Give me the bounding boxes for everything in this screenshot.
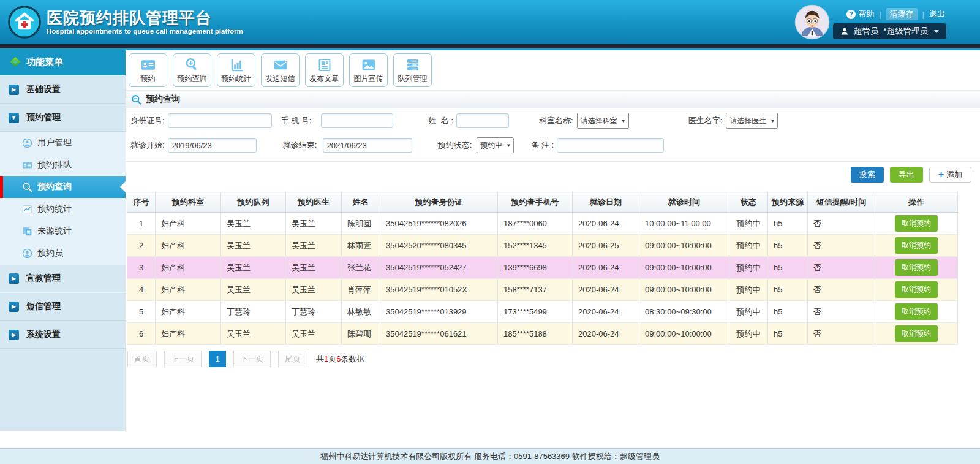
sidebar-item-operator[interactable]: 预约员	[0, 242, 126, 264]
toolbar-image-button[interactable]: 图片宣传	[349, 53, 388, 87]
page-first-button[interactable]: 首页	[127, 351, 157, 367]
sidebar-group-base[interactable]: ▶ 基础设置	[0, 75, 126, 104]
cell-status: 预约中	[729, 213, 768, 235]
plus-icon: +	[938, 170, 944, 180]
cancel-appointment-button[interactable]: 取消预约	[895, 303, 938, 320]
page-next-button[interactable]: 下一页	[233, 351, 271, 367]
envelope-icon	[271, 57, 290, 73]
dept-label: 科室名称:	[539, 115, 573, 126]
page-current-button[interactable]: 1	[209, 351, 226, 367]
cancel-appointment-button[interactable]: 取消预约	[895, 215, 938, 232]
cell-dept: 妇产科	[156, 213, 221, 235]
chevron-down-icon: ▼	[9, 113, 19, 123]
visit-end-input[interactable]	[323, 138, 412, 153]
sidebar-item-queue[interactable]: 预约排队	[0, 154, 126, 176]
page: 医院预约排队管理平台 Hospital appointments to queu…	[0, 0, 980, 464]
cell-sms: 否	[808, 279, 875, 301]
cancel-appointment-button[interactable]: 取消预约	[895, 259, 938, 276]
cell-ops: 取消预约	[875, 213, 958, 235]
cell-ops: 取消预约	[875, 279, 958, 301]
table-row[interactable]: 1 妇产科 吴玉兰 吴玉兰 陈明圆 35042519******082026 1…	[127, 213, 958, 235]
sidebar-item-source-stats[interactable]: 来源统计	[0, 220, 126, 242]
chevron-right-icon: ▶	[9, 302, 19, 312]
name-input[interactable]	[456, 113, 509, 128]
toolbar-query-button[interactable]: 预约查询	[173, 53, 211, 87]
add-button[interactable]: + 添加	[929, 167, 971, 183]
cell-phone: 173****5499	[498, 301, 573, 323]
cell-doctor: 丁慧玲	[286, 301, 342, 323]
cancel-appointment-button[interactable]: 取消预约	[895, 237, 938, 254]
app-subtitle: Hospital appointments to queue call mana…	[47, 28, 243, 35]
cell-time: 10:00:00~11:00:00	[639, 213, 729, 235]
status-select[interactable]: 预约中	[477, 137, 514, 153]
link-separator: |	[879, 10, 881, 19]
toolbar-article-button[interactable]: 发布文章	[305, 53, 344, 87]
sidebar-item-query[interactable]: 预约查询	[0, 176, 126, 198]
sidebar-group-appointment[interactable]: ▼ 预约管理	[0, 104, 126, 132]
search-button[interactable]: 搜索	[851, 167, 884, 183]
cell-sms: 否	[808, 235, 875, 257]
visit-start-input[interactable]	[168, 138, 257, 153]
cancel-appointment-button[interactable]: 取消预约	[895, 281, 938, 298]
table-row[interactable]: 5 妇产科 丁慧玲 丁慧玲 林敏敏 35042519******013929 1…	[127, 301, 958, 323]
user-menu[interactable]: 超管员 *超级管理员	[833, 23, 946, 39]
user-name: *超级管理员	[883, 26, 928, 37]
phone-label: 手 机 号:	[281, 115, 318, 126]
cell-sms: 否	[808, 323, 875, 345]
id-card-input[interactable]	[168, 113, 272, 128]
remark-label: 备 注 :	[531, 140, 554, 151]
sidebar-group-system[interactable]: ▶ 系统设置	[0, 321, 126, 349]
cell-date: 2020-06-25	[573, 235, 639, 257]
page-last-button[interactable]: 尾页	[278, 351, 307, 367]
sidebar-group-sms[interactable]: ▶ 短信管理	[0, 292, 126, 321]
table-row[interactable]: 3 妇产科 吴玉兰 吴玉兰 张兰花 35042519******052427 1…	[127, 257, 958, 279]
remark-input[interactable]	[557, 138, 664, 153]
cell-time: 08:30:00~09:30:00	[639, 301, 729, 323]
toolbar-sms-button[interactable]: 发送短信	[261, 53, 300, 87]
cell-status: 预约中	[729, 257, 768, 279]
footer: 福州中科易达计算机技术有限公司版权所有 服务电话：0591-87563369 软…	[0, 448, 980, 464]
col-dept: 预约科室	[156, 192, 221, 213]
app-title: 医院预约排队管理平台	[47, 7, 243, 29]
link-separator: |	[922, 10, 924, 19]
cell-ops: 取消预约	[875, 323, 958, 345]
cell-name: 张兰花	[342, 257, 380, 279]
logout-link[interactable]: 退出	[929, 9, 945, 20]
col-idcard: 预约者身份证	[380, 192, 498, 213]
cell-doctor: 吴玉兰	[286, 257, 342, 279]
dept-select[interactable]: 请选择科室	[577, 113, 629, 129]
doctor-select[interactable]: 请选择医生	[726, 113, 778, 129]
id-card-icon	[139, 57, 157, 73]
cancel-appointment-button[interactable]: 取消预约	[895, 325, 938, 342]
cell-status: 预约中	[729, 323, 768, 345]
table-row[interactable]: 6 妇产科 吴玉兰 吴玉兰 陈碧珊 35042519******061621 1…	[127, 323, 958, 345]
table-row[interactable]: 2 妇产科 吴玉兰 吴玉兰 林雨萱 35042520******080345 1…	[127, 235, 958, 257]
table-row[interactable]: 4 妇产科 吴玉兰 吴玉兰 肖萍萍 35042519******01052X 1…	[127, 279, 958, 301]
doctor-select-wrap: 请选择医生	[726, 113, 778, 129]
export-button[interactable]: 导出	[890, 167, 923, 183]
pagination-summary: 共1页6条数据	[316, 354, 364, 365]
copyright-text: 福州中科易达计算机技术有限公司版权所有 服务电话：0591-87563369 软…	[320, 451, 659, 462]
clear-cache-link[interactable]: 清缓存	[886, 8, 918, 20]
toolbar-queue-button[interactable]: 队列管理	[393, 53, 432, 87]
cell-seq: 1	[127, 213, 156, 235]
page-prev-button[interactable]: 上一页	[164, 351, 202, 367]
cell-phone: 185****5188	[498, 323, 573, 345]
cell-phone: 158****7137	[498, 279, 573, 301]
sidebar-item-user-mgmt[interactable]: 用户管理	[0, 132, 126, 154]
sidebar-group-publicity[interactable]: ▶ 宣教管理	[0, 264, 126, 292]
help-link[interactable]: ?帮助	[846, 9, 874, 20]
actions-row: 搜索 导出 + 添加	[126, 161, 980, 187]
search-plus-icon	[183, 57, 202, 73]
cell-doctor: 吴玉兰	[286, 279, 342, 301]
user-circle-icon	[22, 248, 32, 259]
toolbar-stats-button[interactable]: 预约统计	[217, 53, 255, 87]
phone-input[interactable]	[321, 113, 393, 128]
form-row-2: 就诊开始: 就诊结束: 预约状态: 预约中 备 注 :	[126, 133, 980, 158]
toolbar-book-button[interactable]: 预约	[129, 53, 167, 87]
cell-seq: 4	[127, 279, 156, 301]
cell-source: h5	[768, 279, 808, 301]
hospital-logo-icon	[7, 5, 42, 39]
cell-date: 2020-06-24	[573, 213, 639, 235]
sidebar-item-stats[interactable]: 预约统计	[0, 198, 126, 220]
